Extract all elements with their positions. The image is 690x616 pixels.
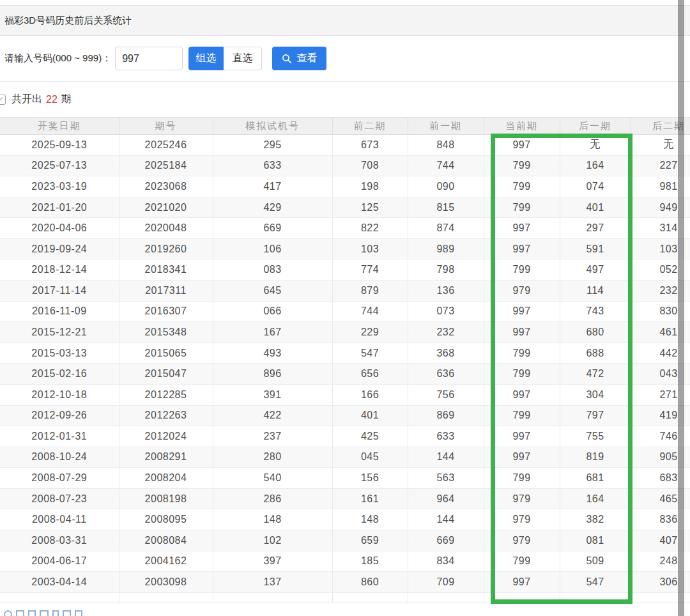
table-spacer-row: [0, 592, 690, 603]
table-cell: 709: [408, 572, 484, 593]
vertical-scrollbar[interactable]: [678, 0, 684, 616]
table-cell: 148: [332, 509, 408, 530]
table-cell: 997: [484, 384, 560, 405]
table-cell: 744: [332, 301, 408, 322]
number-input[interactable]: [115, 47, 183, 70]
table-cell: 896: [213, 364, 332, 385]
table-cell: 799: [484, 259, 560, 281]
table-cell: 2015047: [119, 364, 213, 385]
header-cell: 期号: [119, 118, 213, 135]
table-cell: 493: [213, 343, 332, 364]
header-cell: 前一期: [408, 118, 484, 135]
table-cell: 391: [213, 384, 332, 405]
table-cell: 656: [332, 364, 408, 385]
summary-row: ✓ 共开出 22 期: [0, 82, 690, 117]
clipped-footer-link[interactable]: [4, 610, 82, 616]
table-cell: 2015348: [119, 322, 213, 343]
table-cell: 633: [213, 155, 332, 176]
table-cell: 2012-10-18: [0, 384, 119, 405]
table-header-row: 开奖日期期号模拟试机号前二期前一期当前期后一期后二期: [0, 118, 690, 135]
table-cell: 659: [332, 530, 408, 551]
checkbox-icon: ✓: [0, 95, 6, 105]
table-cell: 297: [560, 218, 631, 239]
table-cell: 382: [560, 509, 631, 530]
table-cell: 280: [213, 447, 332, 468]
footer-link-icon: [4, 610, 12, 616]
table-cell: 2025246: [119, 135, 213, 156]
table-cell: 633: [408, 426, 484, 447]
table-cell: 2025184: [119, 155, 213, 176]
table-cell: 185: [332, 551, 408, 572]
table-cell: 2012-09-26: [0, 405, 119, 426]
table-cell: 2008-07-29: [0, 468, 119, 489]
table-cell: 397: [213, 551, 332, 572]
header-cell: 模拟试机号: [213, 118, 332, 135]
table-row: 2012-09-262012263422401869799797419: [0, 405, 690, 426]
spacer-cell: [560, 592, 631, 603]
table-cell: 547: [332, 343, 408, 364]
table-cell: 879: [332, 281, 408, 302]
table-row: 2025-07-132025184633708744799164227: [0, 155, 690, 176]
table-cell: 799: [484, 176, 560, 197]
table-cell: 848: [408, 135, 484, 156]
table-row: 2018-12-142018341083774798799497052: [0, 259, 690, 281]
summary-prefix: 共开出: [12, 93, 42, 106]
group-select-button[interactable]: 组选: [188, 47, 224, 70]
table-cell: 136: [408, 281, 484, 302]
table-cell: 997: [484, 447, 560, 468]
table-row: 2008-04-112008095148148144979382836: [0, 509, 690, 530]
table-cell: 2020048: [119, 218, 213, 239]
table-cell: 673: [332, 135, 408, 156]
table-cell: 815: [408, 197, 484, 218]
table-cell: 2018341: [119, 259, 213, 281]
table-cell: 997: [484, 238, 560, 259]
table-cell: 645: [213, 281, 332, 302]
table-row: 2008-10-242008291280045144997819905: [0, 447, 690, 468]
table-cell: 743: [560, 301, 631, 322]
table-cell: 860: [332, 572, 408, 593]
table-cell: 2012024: [119, 426, 213, 447]
table-cell: 997: [484, 135, 560, 156]
table-cell: 874: [408, 218, 484, 239]
table-cell: 774: [332, 259, 408, 281]
table-cell: 167: [213, 322, 332, 343]
table-cell: 669: [213, 218, 332, 239]
spacer-cell: [213, 592, 332, 603]
table-row: 2016-11-092016307066744073997743830: [0, 301, 690, 322]
table-cell: 2008291: [119, 447, 213, 468]
view-button[interactable]: 查看: [272, 47, 326, 70]
table-cell: 979: [484, 281, 560, 302]
header-cell: 后一期: [560, 118, 631, 135]
table-cell: 2019-09-24: [0, 238, 119, 259]
table-cell: 2019260: [119, 238, 213, 259]
table-cell: 无: [560, 135, 631, 156]
table-cell: 066: [213, 301, 332, 322]
table-cell: 2021020: [119, 197, 213, 218]
table-cell: 090: [408, 176, 484, 197]
table-cell: 114: [560, 281, 631, 302]
table-cell: 2015-02-16: [0, 364, 119, 385]
table-cell: 2008204: [119, 468, 213, 489]
table-cell: 869: [408, 405, 484, 426]
table-cell: 997: [484, 426, 560, 447]
table-row: 2012-10-182012285391166756997304271: [0, 384, 690, 405]
summary-count: 22: [46, 94, 57, 105]
spacer-cell: [332, 592, 408, 603]
table-cell: 669: [408, 530, 484, 551]
table-row: 2015-12-212015348167229232997680461: [0, 322, 690, 343]
table-cell: 422: [213, 405, 332, 426]
table-cell: 148: [213, 509, 332, 530]
table-cell: 2008-10-24: [0, 447, 119, 468]
table-row: 2020-04-062020048669822874997297314: [0, 218, 690, 239]
table-cell: 401: [332, 405, 408, 426]
direct-select-button[interactable]: 直选: [224, 47, 262, 70]
table-cell: 2018-12-14: [0, 259, 119, 281]
table-cell: 997: [484, 301, 560, 322]
table-cell: 2017-11-14: [0, 281, 119, 302]
table-cell: 081: [560, 530, 631, 551]
table-cell: 2008084: [119, 530, 213, 551]
table-cell: 2008198: [119, 488, 213, 509]
top-strip: [0, 0, 690, 6]
table-cell: 229: [332, 322, 408, 343]
table-cell: 125: [332, 197, 408, 218]
